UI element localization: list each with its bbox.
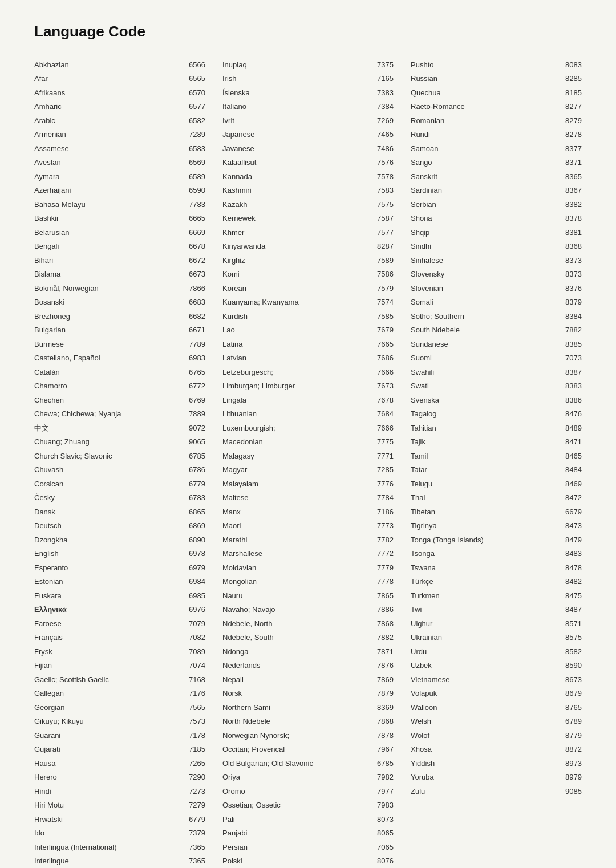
list-item: Polski8076 [222,854,394,869]
lang-name: Nepali [222,674,248,686]
list-item: Gaelic; Scottish Gaelic7168 [34,672,205,687]
lang-name: Ido [34,828,49,839]
list-item: Irish7165 [222,72,394,86]
list-item: Tamil8465 [411,449,582,463]
list-item: Sotho; Southern8384 [411,309,582,323]
list-item: Norwegian Nynorsk;7878 [222,728,394,743]
lang-name: Pushto [411,59,438,71]
list-item: Sango8371 [411,156,582,170]
list-item: Kashmiri7583 [222,184,394,198]
list-item: Limburgan; Limburger7673 [222,379,394,394]
lang-code: 6779 [189,478,205,490]
lang-name: Tagalog [411,408,441,420]
lang-code: 7079 [189,618,205,630]
lang-code: 7886 [377,604,394,615]
list-item: Ossetian; Ossetic7983 [222,798,394,813]
lang-name: Luxembourgish; [222,423,280,434]
list-item: Tibetan6679 [411,505,582,519]
list-item: Japanese7465 [222,128,394,142]
lang-code: 7269 [377,115,394,127]
lang-name: Vietnamese [411,674,454,686]
lang-code: 7776 [377,478,394,490]
lang-code: 8083 [565,59,582,71]
lang-code: 7882 [565,325,582,336]
lang-name: Kirghiz [222,255,250,266]
lang-code: 7868 [377,618,394,630]
lang-code: 8475 [565,590,582,602]
lang-code: 7967 [377,744,394,755]
lang-code: 8387 [565,367,582,378]
lang-code: 7871 [377,646,394,658]
list-item: Slovensky8373 [411,267,582,282]
lang-name: Urdu [411,646,431,658]
list-item: Telugu8469 [411,477,582,491]
lang-name: Limburgan; Limburger [222,380,299,392]
lang-name: Bengali [34,241,63,252]
list-item: Uighur8571 [411,616,582,631]
list-item: Moldavian7779 [222,561,394,575]
list-item: Maori7773 [222,519,394,533]
lang-code: 7684 [377,408,394,420]
list-item: Serbian8382 [411,197,582,212]
list-item: Navaho; Navajo7886 [222,603,394,617]
lang-name: Kashmiri [222,185,256,196]
lang-name: Deutsch [34,520,66,532]
list-item: Arabic6582 [34,113,205,128]
lang-code: 7876 [377,660,394,671]
list-item: Russian8285 [411,72,582,86]
lang-name: Türkçe [411,576,438,587]
lang-code: 8473 [565,520,582,532]
lang-name: Corsican [34,478,68,490]
lang-code: 6673 [189,269,205,280]
list-item: Interlingua (International)7365 [34,840,205,854]
lang-name: Javanese [222,143,259,155]
list-item: Italiano7384 [222,100,394,114]
list-item: Tahitian8489 [411,421,582,435]
lang-code: 7878 [377,730,394,741]
lang-code: 7775 [377,436,394,448]
lang-code: 6985 [189,590,205,602]
list-item: Oromo7977 [222,784,394,798]
lang-code: 6569 [189,157,205,168]
list-item: Inupiaq7375 [222,58,394,72]
lang-code: 6683 [189,297,205,308]
lang-code: 7573 [189,716,205,727]
lang-code: 8679 [565,688,582,699]
lang-name: Ελληνικά [34,604,71,615]
list-item: Nederlands7876 [222,659,394,673]
lang-code: 8465 [565,451,582,462]
lang-code: 8582 [565,646,582,658]
lang-name: Turkmen [411,590,444,602]
lang-code: 7178 [189,730,205,741]
lang-code: 6785 [377,758,394,769]
lang-name: Thai [411,492,429,504]
list-item: Korean7579 [222,281,394,295]
lang-code: 7375 [377,59,394,71]
lang-name: Tajik [411,436,430,448]
list-item: North Ndebele7868 [222,715,394,729]
list-item: Catalán6765 [34,365,205,379]
list-item: Interlingue7365 [34,854,205,869]
list-item: Samoan8377 [411,141,582,156]
list-item: South Ndebele7882 [411,323,582,338]
lang-name: Swahili [411,367,439,378]
lang-name: Welsh [411,716,436,727]
list-item: Panjabi8065 [222,826,394,841]
list-item: English6978 [34,547,205,561]
lang-name: Inupiaq [222,59,252,71]
lang-code: 6590 [189,185,205,196]
lang-code: 7585 [377,311,394,322]
lang-name: Pali [222,814,240,825]
list-item: Assamese6583 [34,141,205,156]
lang-name: Sango [411,157,437,168]
list-item: Dansk6865 [34,505,205,519]
lang-name: Oromo [222,786,250,797]
lang-name: Macedonian [222,436,268,448]
lang-name: Herero [34,772,62,783]
lang-code: 8373 [565,255,582,266]
lang-name: Panjabi [222,828,252,839]
lang-name: Gikuyu; Kikuyu [34,716,88,727]
lang-code: 8287 [377,241,394,252]
list-item: Malagasy7771 [222,449,394,463]
list-item: Česky6783 [34,491,205,505]
